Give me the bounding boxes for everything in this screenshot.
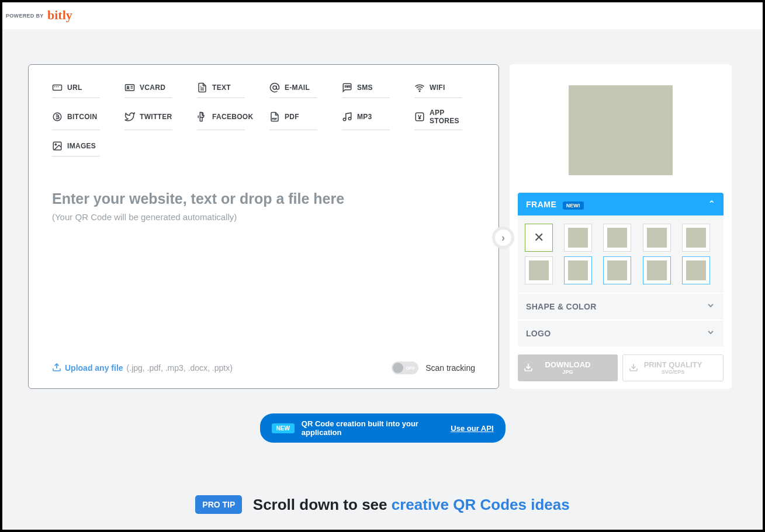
upload-label: Upload any file	[65, 363, 123, 373]
svg-point-9	[348, 117, 351, 120]
frame-option-10[interactable]	[682, 256, 710, 284]
print-label: PRINT QUALITY	[644, 361, 702, 368]
frame-option-7[interactable]	[564, 256, 592, 284]
x-icon: ✕	[534, 230, 544, 245]
tab-url[interactable]: URL	[52, 82, 100, 98]
svg-text:PDF: PDF	[272, 118, 278, 120]
frame-option-none[interactable]: ✕	[525, 224, 553, 252]
frame-option-9[interactable]	[643, 256, 671, 284]
frame-option-5[interactable]	[682, 224, 710, 252]
svg-text:SMS: SMS	[345, 85, 351, 88]
frame-option-3[interactable]	[603, 224, 631, 252]
chevron-right-icon: ›	[501, 232, 505, 244]
pdf-icon: PDF	[269, 112, 280, 122]
svg-point-12	[55, 144, 56, 145]
bitcoin-icon	[52, 112, 63, 122]
tab-images[interactable]: IMAGES	[52, 141, 100, 157]
pro-tip-prefix: Scroll down to see	[253, 496, 392, 513]
tab-label: MP3	[357, 113, 372, 121]
upload-file-link[interactable]: Upload any file (.jpg, .pdf, .mp3, .docx…	[52, 363, 233, 374]
download-sub: JPG	[562, 370, 573, 375]
chevron-down-icon	[706, 328, 715, 339]
main-input-area[interactable]: Enter your website, text or drop a file …	[52, 190, 475, 361]
frame-option-8[interactable]	[603, 256, 631, 284]
pro-tip-link[interactable]: creative QR Codes ideas	[392, 496, 570, 513]
frame-options-panel: ✕	[518, 215, 724, 293]
images-icon	[52, 141, 63, 151]
content-type-tabs: URL VCARD TEXT E-MAIL SMS SMS	[52, 82, 475, 157]
logo-label: LOGO	[526, 329, 551, 338]
tab-label: E-MAIL	[285, 84, 310, 92]
sms-icon: SMS	[342, 82, 352, 93]
logo-section[interactable]: LOGO	[518, 321, 724, 346]
appstores-icon	[414, 112, 425, 122]
pro-tip-row: PRO TIP Scroll down to see creative QR C…	[28, 495, 737, 514]
download-label: DOWNLOAD	[545, 361, 591, 368]
frame-option-2[interactable]	[564, 224, 592, 252]
api-new-badge: NEW	[272, 423, 295, 433]
shape-color-section[interactable]: SHAPE & COLOR	[518, 294, 724, 319]
powered-by-label: POWERED BY	[6, 13, 44, 19]
upload-icon	[52, 363, 61, 374]
svg-rect-0	[53, 85, 62, 91]
toggle-knob	[393, 363, 403, 373]
tab-label: BITCOIN	[67, 113, 97, 121]
tab-email[interactable]: E-MAIL	[269, 82, 317, 98]
main-area: URL VCARD TEXT E-MAIL SMS SMS	[2, 29, 763, 532]
frame-section-header[interactable]: FRAME NEW! ⌃	[518, 193, 724, 215]
wifi-icon	[414, 82, 425, 93]
tab-facebook[interactable]: FACEBOOK	[197, 109, 245, 130]
input-placeholder: Enter your website, text or drop a file …	[52, 190, 475, 207]
tab-text[interactable]: TEXT	[197, 82, 245, 98]
tab-sms[interactable]: SMS SMS	[342, 82, 390, 98]
tab-label: WIFI	[430, 84, 445, 92]
download-button[interactable]: DOWNLOAD JPG	[518, 354, 618, 381]
tab-bitcoin[interactable]: BITCOIN	[52, 109, 100, 130]
text-icon	[197, 82, 207, 93]
download-icon	[524, 363, 533, 374]
tab-appstores[interactable]: APP STORES	[414, 109, 462, 130]
tab-twitter[interactable]: TWITTER	[124, 109, 172, 130]
input-subtext: (Your QR Code will be generated automati…	[52, 212, 475, 222]
download-icon	[629, 363, 638, 374]
tab-label: TWITTER	[140, 113, 172, 121]
frame-title: FRAME	[526, 200, 556, 209]
tab-label: URL	[67, 84, 82, 92]
tab-mp3[interactable]: MP3	[342, 109, 390, 130]
svg-point-5	[419, 91, 420, 92]
tab-pdf[interactable]: PDF PDF	[269, 109, 317, 130]
bitly-logo[interactable]: bitly	[47, 8, 72, 23]
tab-wifi[interactable]: WIFI	[414, 82, 462, 98]
twitter-icon	[124, 112, 135, 122]
tab-label: FACEBOOK	[212, 113, 253, 121]
toggle-state: OFF	[406, 366, 415, 371]
print-sub: SVG/EPS	[662, 370, 685, 375]
frame-option-6[interactable]	[525, 256, 553, 284]
tab-label: APP STORES	[430, 109, 462, 125]
qr-code-preview	[569, 85, 673, 175]
tab-vcard[interactable]: VCARD	[124, 82, 172, 98]
qr-editor-card: URL VCARD TEXT E-MAIL SMS SMS	[28, 64, 499, 389]
scan-tracking-toggle[interactable]: OFF	[392, 361, 418, 374]
tab-label: SMS	[357, 84, 373, 92]
expand-arrow-button[interactable]: ›	[492, 227, 514, 249]
facebook-icon	[197, 112, 207, 122]
scan-tracking-label: Scan tracking	[425, 363, 475, 373]
email-icon	[269, 82, 280, 93]
svg-point-3	[273, 86, 276, 89]
mp3-icon	[342, 112, 352, 122]
svg-point-8	[343, 118, 346, 121]
svg-point-2	[127, 86, 129, 88]
frame-option-4[interactable]	[643, 224, 671, 252]
chevron-down-icon	[706, 301, 715, 312]
url-icon	[52, 82, 63, 93]
api-promo-pill: NEW QR Code creation built into your app…	[260, 413, 506, 443]
qr-preview-card: FRAME NEW! ⌃ ✕	[510, 64, 732, 389]
vcard-icon	[124, 82, 135, 93]
tab-label: IMAGES	[67, 142, 96, 150]
api-link[interactable]: Use our API	[451, 424, 493, 433]
new-badge: NEW!	[563, 201, 584, 210]
upload-extensions: (.jpg, .pdf, .mp3, .docx, .pptx)	[127, 363, 233, 373]
pro-tip-text: Scroll down to see creative QR Codes ide…	[253, 496, 570, 513]
print-quality-button[interactable]: PRINT QUALITY SVG/EPS	[622, 354, 724, 381]
